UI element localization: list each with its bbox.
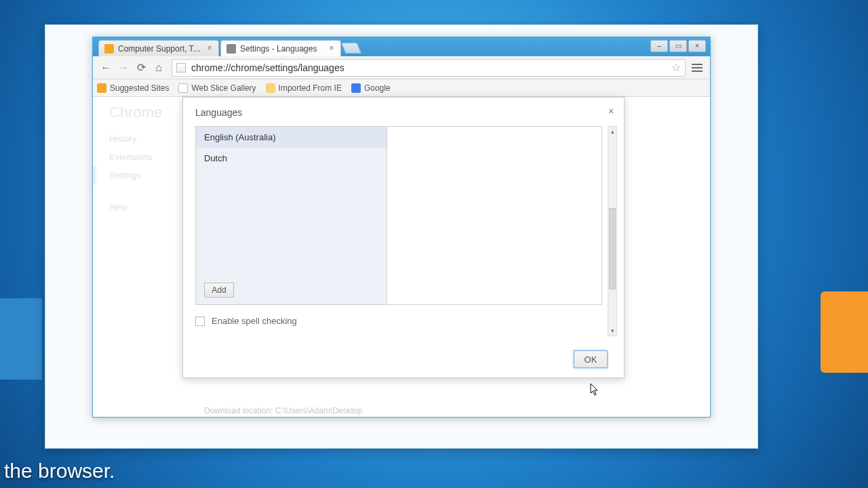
scroll-thumb[interactable]	[609, 208, 616, 289]
tab-settings-languages[interactable]: Settings - Languages ×	[220, 40, 341, 56]
spellcheck-label: Enable spell checking	[212, 316, 297, 326]
back-button[interactable]: ←	[97, 59, 115, 77]
settings-page: Chrome History Extensions Settings Help …	[93, 97, 710, 417]
scroll-down-icon[interactable]: ▾	[608, 326, 616, 336]
sidebar-item-history[interactable]: History	[93, 129, 174, 148]
bookmark-icon	[351, 83, 361, 93]
bookmark-star-icon[interactable]: ☆	[671, 61, 681, 74]
dialog-close-button[interactable]: ×	[605, 106, 617, 118]
bookmark-label: Google	[364, 83, 391, 93]
close-icon[interactable]: ×	[327, 44, 336, 54]
language-item-english-au[interactable]: English (Australia)	[196, 127, 387, 148]
tab-label: Computer Support, Tech	[118, 44, 205, 54]
dialog-scrollbar[interactable]: ▴ ▾	[608, 126, 617, 336]
language-list: English (Australia) Dutch Add	[196, 127, 387, 304]
bookmark-web-slice[interactable]: Web Slice Gallery	[178, 83, 256, 93]
page-icon	[176, 63, 186, 73]
sidebar-item-settings[interactable]: Settings	[93, 166, 174, 184]
scroll-up-icon[interactable]: ▴	[608, 127, 616, 136]
ok-button[interactable]: OK	[574, 350, 608, 368]
forward-button[interactable]: →	[115, 59, 132, 77]
add-language-button[interactable]: Add	[204, 283, 234, 298]
close-icon[interactable]: ×	[205, 44, 214, 54]
bookmark-google[interactable]: Google	[351, 83, 391, 93]
minimize-button[interactable]: –	[650, 40, 668, 52]
sidebar-item-extensions[interactable]: Extensions	[93, 148, 174, 166]
new-tab-button[interactable]	[341, 43, 361, 54]
tab-label: Settings - Languages	[240, 44, 327, 54]
page-title: Chrome	[109, 104, 162, 121]
favicon-icon	[104, 44, 114, 54]
home-button[interactable]: ⌂	[150, 59, 167, 77]
bookmark-label: Imported From IE	[279, 83, 342, 93]
dialog-title: Languages	[195, 107, 242, 118]
tab-strip: Computer Support, Tech × Settings - Lang…	[93, 37, 710, 56]
decoration	[0, 298, 42, 380]
bookmark-icon	[97, 83, 106, 93]
favicon-icon	[226, 44, 236, 54]
video-subtitle: the browser.	[4, 460, 115, 483]
window-caption-buttons: – ▭ ×	[649, 40, 706, 52]
bookmark-suggested-sites[interactable]: Suggested Sites	[97, 83, 169, 93]
maximize-button[interactable]: ▭	[669, 40, 687, 52]
spellcheck-checkbox[interactable]	[195, 317, 205, 326]
side-nav: History Extensions Settings Help	[93, 129, 174, 216]
languages-dialog: Languages × English (Australia) Dutch Ad…	[182, 97, 625, 378]
bookmark-label: Web Slice Gallery	[191, 83, 256, 93]
bookmark-imported-from-ie[interactable]: Imported From IE	[266, 83, 342, 93]
toolbar: ← → ⟳ ⌂ ☆	[93, 56, 710, 79]
omnibox[interactable]: ☆	[172, 59, 686, 77]
bookmark-label: Suggested Sites	[110, 83, 169, 93]
folder-icon	[266, 83, 275, 93]
tab-computer-support[interactable]: Computer Support, Tech ×	[98, 40, 219, 56]
desktop-background: Computer Support, Tech × Settings - Lang…	[0, 0, 868, 488]
download-location-text: Download location: C:\Users\Adam\Desktop	[204, 406, 362, 415]
close-window-button[interactable]: ×	[688, 40, 706, 52]
language-item-dutch[interactable]: Dutch	[196, 148, 387, 169]
bookmark-icon	[178, 83, 188, 93]
spellcheck-row: Enable spell checking	[195, 316, 297, 326]
bookmarks-bar: Suggested Sites Web Slice Gallery Import…	[93, 79, 710, 97]
chrome-window: Computer Support, Tech × Settings - Lang…	[92, 37, 711, 418]
sidebar-item-help[interactable]: Help	[93, 198, 174, 216]
chrome-menu-button[interactable]	[688, 59, 706, 77]
decoration	[821, 291, 868, 373]
language-panel: English (Australia) Dutch Add	[195, 126, 602, 305]
url-input[interactable]	[191, 60, 666, 76]
reload-button[interactable]: ⟳	[132, 59, 150, 77]
